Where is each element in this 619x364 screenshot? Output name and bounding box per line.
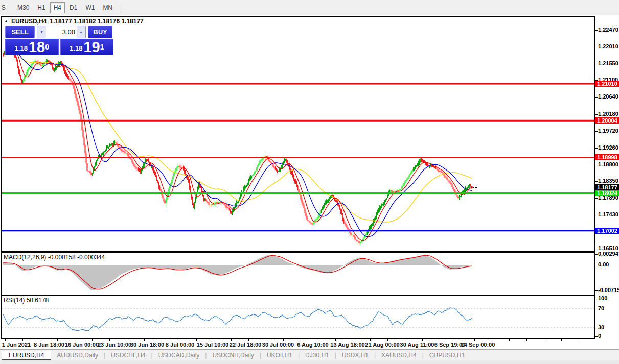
time-tick <box>474 339 475 341</box>
mt4-window: S M30H1H4D1W1MN ▲ EURUSD,H4 1.18177 1.18… <box>0 0 619 364</box>
time-tick <box>162 339 162 341</box>
hline-price-label: 1.18024 <box>595 190 619 196</box>
sell-price-box[interactable]: 1.18 18 0 <box>5 39 59 55</box>
buy-price-box[interactable]: 1.18 19 1 <box>60 39 114 55</box>
time-tick <box>526 339 527 341</box>
time-tick <box>231 339 232 341</box>
time-tick <box>92 339 93 341</box>
time-tick <box>335 339 336 341</box>
volume-increase-icon[interactable]: ▲ <box>77 26 85 38</box>
volume-input[interactable] <box>46 26 77 38</box>
time-tick <box>179 339 179 341</box>
time-tick <box>387 339 388 341</box>
rsi-tick-label: 70 <box>598 305 604 311</box>
time-tick <box>248 339 249 341</box>
rsi-tick <box>595 328 598 328</box>
time-tick-label: 21 Aug 00:00 <box>365 342 399 348</box>
price-tick <box>595 64 598 64</box>
chart-tab[interactable]: AUDUSD,Daily <box>51 351 104 359</box>
price-tick-label: 1.19260 <box>598 144 618 151</box>
hline-price-label: 1.21010 <box>595 81 619 87</box>
time-tick-label: 6 Aug 10:00 <box>297 342 328 348</box>
price-tick-label: 1.20180 <box>598 111 618 117</box>
price-tick-label: 1.18350 <box>598 178 618 184</box>
time-tick <box>196 339 197 341</box>
hline-price-label: 1.17002 <box>595 228 619 234</box>
time-tick <box>127 339 127 341</box>
sell-price-sup: 0 <box>45 39 49 55</box>
toolbar-separator <box>121 3 121 13</box>
rsi-tick-label: 30 <box>598 324 604 330</box>
chart-tab-active[interactable]: EURUSD,H4 <box>2 351 51 360</box>
time-tick-label: 23 Jun 10:00 <box>98 342 131 348</box>
buy-price-sup: 1 <box>100 39 104 55</box>
time-tick <box>40 339 40 341</box>
time-tick <box>144 339 145 341</box>
current-price-label: 1.18177 <box>595 184 619 190</box>
time-tick <box>266 339 266 341</box>
price-tick-label: 1.18800 <box>598 161 618 167</box>
rsi-pane[interactable] <box>1 295 595 339</box>
macd-tick-label: 0.00 <box>598 261 609 268</box>
price-axis[interactable]: 1.224701.220101.215501.211001.206401.201… <box>595 15 619 339</box>
time-tick-label: 8 Jun 18:00 <box>34 342 64 348</box>
chart-tab[interactable]: USDCHF,H4 <box>105 351 151 359</box>
price-tick-label: 1.21550 <box>598 60 618 66</box>
time-tick <box>509 339 510 341</box>
timeframe-toolbar: S M30H1H4D1W1MN <box>0 0 619 15</box>
macd-tick-label: -0.007151 <box>598 287 619 293</box>
price-tick <box>595 148 598 149</box>
time-tick <box>492 339 492 341</box>
price-tick <box>595 198 598 199</box>
collapse-panel-icon[interactable]: ▲ <box>4 19 8 23</box>
macd-tick-label: 0.002947 <box>598 251 619 257</box>
chart-tab[interactable]: GBPUSD,H1 <box>424 351 470 359</box>
time-tick <box>214 339 214 341</box>
timeframe-button-h4[interactable]: H4 <box>50 2 65 13</box>
price-tick <box>595 181 598 182</box>
price-tick <box>595 47 598 47</box>
chart-tab[interactable]: USDX,H1 <box>336 351 374 359</box>
price-tick <box>595 249 598 249</box>
timeframe-button-mn[interactable]: MN <box>99 2 116 13</box>
rsi-tick <box>595 336 598 337</box>
timeframe-button-partial[interactable]: S <box>1 2 7 13</box>
price-tick <box>595 114 598 115</box>
chart-tab[interactable]: XAUUSD,H4 <box>376 351 422 359</box>
time-tick <box>561 339 562 341</box>
time-tick <box>283 339 284 341</box>
time-tick <box>318 339 318 341</box>
time-tick <box>109 339 110 341</box>
time-tick <box>75 339 75 341</box>
time-tick <box>22 339 23 341</box>
chart-ohlc-values: 1.18177 1.18182 1.18176 1.18177 <box>50 18 144 25</box>
time-tick <box>353 339 353 341</box>
chart-tab[interactable]: UKOil,H1 <box>261 351 298 359</box>
sell-button[interactable]: SELL <box>5 26 35 38</box>
time-tick <box>440 339 440 341</box>
timeframe-button-m30[interactable]: M30 <box>14 2 33 13</box>
price-tick-label: 1.16510 <box>598 245 618 251</box>
time-tick <box>457 339 457 341</box>
chart-tab[interactable]: DJ30,H1 <box>300 351 335 359</box>
chart-tab[interactable]: USDCAD,Daily <box>153 351 205 359</box>
time-axis[interactable]: 1 Jun 20218 Jun 18:0016 Jun 00:0023 Jun … <box>1 339 595 349</box>
chart-tab[interactable]: USDCNH,Daily <box>207 351 259 359</box>
timeframe-button-d1[interactable]: D1 <box>66 2 81 13</box>
time-tick-label: 22 Jul 18:00 <box>230 342 261 348</box>
timeframe-button-w1[interactable]: W1 <box>82 2 98 13</box>
time-tick <box>57 339 58 341</box>
buy-button[interactable]: BUY <box>88 26 112 38</box>
chart-tabs-bar: EURUSD,H4AUDUSD,Daily|USDCHF,H4|USDCAD,D… <box>0 349 619 360</box>
rsi-tick-label: 0 <box>598 333 601 339</box>
price-tick-label: 1.20640 <box>598 93 618 100</box>
time-tick-label: 30 Jun 18:00 <box>130 342 164 348</box>
window-bottom-strip <box>0 360 619 364</box>
time-tick <box>544 339 544 341</box>
volume-decrease-icon[interactable]: ▼ <box>37 26 46 38</box>
sell-price-big: 18 <box>29 40 45 54</box>
hline-price-label: 1.20004 <box>595 117 619 124</box>
timeframe-button-h1[interactable]: H1 <box>34 2 49 13</box>
price-tick <box>595 97 598 98</box>
chart-header: ▲ EURUSD,H4 1.18177 1.18182 1.18176 1.18… <box>4 18 144 25</box>
